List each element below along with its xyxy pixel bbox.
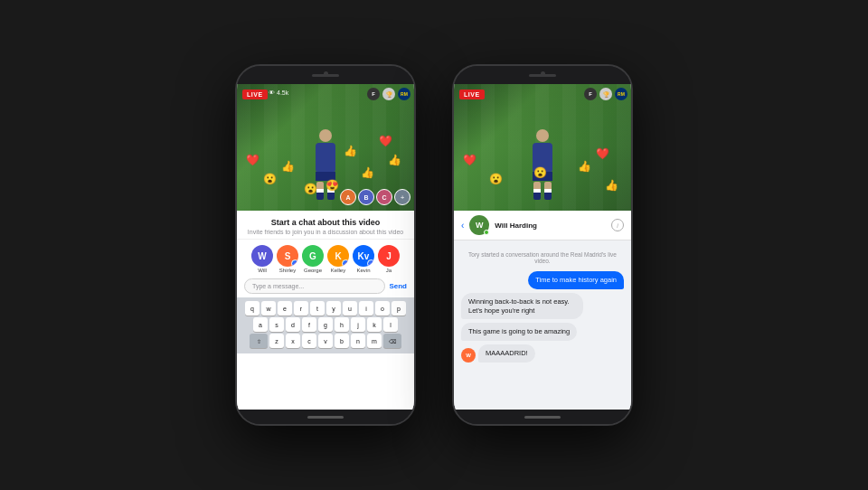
key-s[interactable]: s [269,317,284,332]
real-madrid-logo: RM [398,88,410,100]
viewer-avatar-3: C [376,189,392,205]
friend-shirley[interactable]: S ✓ Shirley [277,245,298,273]
key-p[interactable]: p [392,301,406,316]
header-name: Will Harding [495,221,606,230]
phone-2-screen: LIVE ❤️ 😮 👍 👍 ❤️ 😮 [454,84,631,410]
info-button[interactable]: i [611,219,624,231]
phone-1-screen: LIVE 👁 4.5k ❤️ 😮 👍 😍 [237,84,414,410]
viewer-avatar-1: A [340,189,356,205]
friend-name-will: Will [258,268,267,273]
friend-ja[interactable]: J Ja [378,245,400,273]
chat-modal-subtitle: Invite friends to join you in a discussi… [246,229,405,235]
george-avatar-bg: G [302,245,324,267]
message-input[interactable]: Type a message... [244,278,385,294]
kevin-messenger-badge: ✓ [367,259,374,267]
received-message-1: Winning back-to-back is not easy. Let's … [461,293,583,320]
key-g[interactable]: g [318,317,333,332]
friend-avatar-will: W [251,245,273,267]
messenger-screen: ‹ W Will Harding i Tory started a conver… [454,211,631,410]
friend-avatar-ja: J [378,245,400,267]
player-figure-2 [524,129,561,202]
key-e[interactable]: e [278,301,292,316]
key-d[interactable]: d [286,317,300,332]
viewer-avatar-more: + [394,189,410,205]
real-madrid-logo-2: RM [615,88,627,100]
send-button[interactable]: Send [389,282,407,290]
key-c[interactable]: c [302,334,316,348]
system-message: Tory started a conversation around the R… [461,248,624,268]
key-f[interactable]: f [302,317,316,332]
key-i[interactable]: i [359,301,373,316]
friend-avatar-george: G [302,245,324,267]
viewer-avatar-2: B [358,189,374,205]
back-button[interactable]: ‹ [461,221,464,231]
futbol-logo: F [367,88,380,100]
friend-avatar-kelley: K ✓ [327,245,349,267]
key-o[interactable]: o [375,301,390,316]
player-leg-left-2 [533,182,541,200]
friend-avatar-kevin: Kv ✓ [353,245,374,267]
chat-modal: Start a chat about this video Invite fri… [237,211,414,410]
friend-avatars: W Will S ✓ Shirley G George [237,240,414,275]
friend-kelley[interactable]: K ✓ Kelley [327,245,349,273]
friend-name-ja: Ja [386,268,392,273]
phone-1-video-area: LIVE 👁 4.5k ❤️ 😮 👍 😍 [237,84,414,211]
player-shorts-2 [533,172,552,181]
live-viewer-avatars: A B C + [340,189,410,205]
friend-george[interactable]: G George [302,245,324,273]
futbol-logo-2: F [584,88,597,100]
received-msg-row-2: This game is going to be amazing [461,323,624,341]
trophy-icon-2: 🏆 [599,88,612,100]
keyboard-row-3: ⇧ z x c v b n m ⌫ [239,334,412,348]
key-h[interactable]: h [335,317,349,332]
key-b[interactable]: b [335,334,349,348]
received-msg-row-3: W MAAAADRID! [461,344,624,363]
view-count: 👁 4.5k [269,90,288,96]
friend-name-george: George [304,268,322,273]
phone-1-bottom-bar [237,410,414,424]
friend-will[interactable]: W Will [251,245,273,273]
phone-2-bottom-bar [454,410,631,424]
sent-message-1: Time to make history again [528,271,624,289]
eye-icon: 👁 [269,90,275,96]
player-shorts [316,172,335,181]
key-t[interactable]: t [310,301,325,316]
player-body [316,143,335,172]
player-leg-left [316,182,324,200]
will-avatar-bg: W [251,245,273,267]
key-k[interactable]: k [367,317,382,332]
key-x[interactable]: x [286,334,300,348]
home-indicator-1 [307,416,344,419]
player-legs [307,182,344,200]
header-avatar: W [469,215,489,235]
phone-2-top-bar [454,66,631,84]
chat-modal-header: Start a chat about this video Invite fri… [237,211,414,240]
phone-1-top-bar [237,66,414,84]
key-m[interactable]: m [367,334,382,348]
key-u[interactable]: u [343,301,357,316]
live-badge-2: LIVE [459,90,485,99]
key-j[interactable]: j [351,317,365,332]
home-indicator-2 [524,416,561,419]
key-n[interactable]: n [351,334,365,348]
key-v[interactable]: v [318,334,333,348]
messenger-header: ‹ W Will Harding i [454,211,631,240]
phone-1: LIVE 👁 4.5k ❤️ 😮 👍 😍 [235,64,416,426]
received-msg-row-1: Winning back-to-back is not easy. Let's … [461,293,624,320]
key-w[interactable]: w [261,301,276,316]
player-head [319,129,332,142]
phone-2-video-area: LIVE ❤️ 😮 👍 👍 ❤️ 😮 [454,84,631,211]
key-delete[interactable]: ⌫ [383,334,401,348]
friend-name-kevin: Kevin [356,268,370,273]
key-r[interactable]: r [294,301,308,316]
key-q[interactable]: q [245,301,259,316]
key-z[interactable]: z [269,334,284,348]
chat-modal-title: Start a chat about this video [246,218,405,227]
key-shift[interactable]: ⇧ [250,334,268,348]
player-body-2 [533,143,552,172]
key-l[interactable]: l [383,317,398,332]
key-a[interactable]: a [253,317,268,332]
friend-kevin[interactable]: Kv ✓ Kevin [353,245,374,273]
key-y[interactable]: y [326,301,341,316]
msg-avatar-w: W [461,348,476,363]
